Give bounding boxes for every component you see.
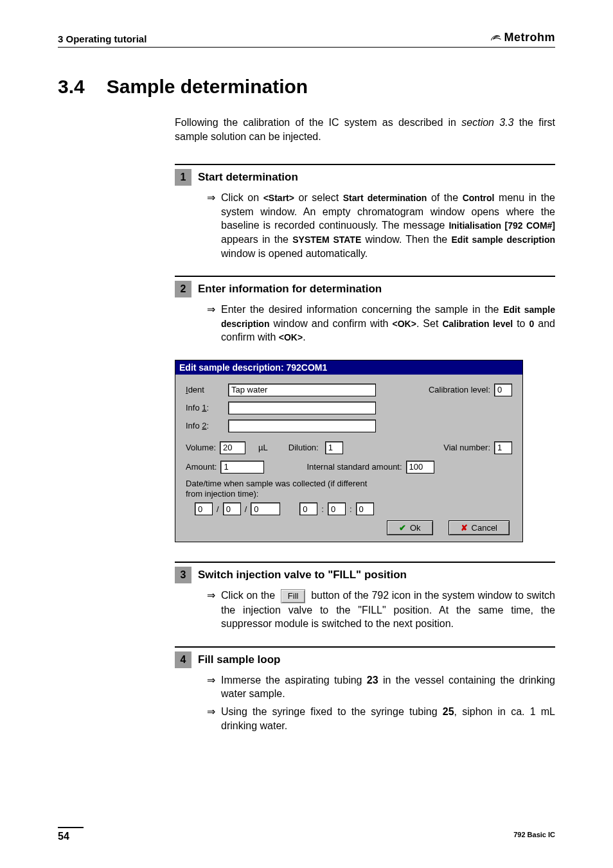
- ok-label: Ok: [410, 523, 421, 533]
- brand-text: Metrohm: [504, 31, 556, 44]
- ident-label: Ident: [186, 385, 224, 394]
- info1-label: Info 1:: [186, 403, 224, 412]
- arrow-icon: ⇒: [207, 191, 221, 260]
- arrow-icon: ⇒: [207, 705, 221, 732]
- section-number: 3.4: [58, 76, 85, 98]
- cal-level-label: Calibration level:: [429, 385, 490, 394]
- page-footer: 54 792 Basic IC: [58, 827, 555, 842]
- step-item-text: Click on <Start> or select Start determi…: [221, 191, 555, 260]
- volume-label: Volume:: [186, 443, 216, 452]
- x-icon: ✘: [461, 523, 468, 533]
- arrow-icon: ⇒: [207, 673, 221, 701]
- step-number: 2: [175, 281, 191, 297]
- amount-label: Amount:: [186, 462, 217, 472]
- time-m-input[interactable]: [328, 502, 346, 515]
- doc-id: 792 Basic IC: [513, 831, 555, 838]
- dilution-label: Dilution:: [289, 443, 319, 452]
- metrohm-logo-icon: [490, 33, 502, 42]
- date-day-input[interactable]: [195, 502, 213, 515]
- amount-input[interactable]: [220, 461, 264, 474]
- ident-input[interactable]: [228, 384, 376, 396]
- isa-label: Internal standard amount:: [306, 462, 402, 472]
- step-4: 4 Fill sample loop ⇒Immerse the aspirati…: [175, 646, 555, 732]
- volume-input[interactable]: [220, 441, 245, 454]
- date-year-input[interactable]: [251, 502, 280, 515]
- fill-button[interactable]: Fill: [281, 589, 306, 603]
- edit-sample-dialog: Edit sample description: 792COM1 Ident C…: [175, 360, 523, 542]
- section-title-text: Sample determination: [107, 76, 308, 98]
- intro-text: Following the calibration of the IC syst…: [175, 117, 461, 128]
- step-number: 3: [175, 567, 191, 583]
- date-month-input[interactable]: [223, 502, 241, 515]
- unit-ul: µL: [258, 443, 268, 452]
- step-item-text: Using the syringe fixed to the syringe t…: [221, 705, 555, 732]
- step-item-text: Click on the Fill button of the 792 icon…: [221, 589, 555, 631]
- section-heading: 3.4 Sample determination: [58, 76, 555, 98]
- cal-level-input[interactable]: [494, 384, 512, 396]
- intro-paragraph: Following the calibration of the IC syst…: [175, 116, 555, 143]
- chapter-label: 3 Operating tutorial: [58, 33, 147, 44]
- step-title: Fill sample loop: [198, 651, 280, 668]
- intro-ref: section 3.3: [461, 117, 513, 128]
- step-1: 1 Start determination ⇒Click on <Start> …: [175, 164, 555, 260]
- info2-label: Info 2:: [186, 421, 224, 430]
- cancel-button[interactable]: ✘ Cancel: [449, 520, 510, 535]
- step-title: Enter information for determination: [198, 281, 382, 297]
- step-item-text: Immerse the aspirating tubing 23 in the …: [221, 673, 555, 701]
- brand-logo: Metrohm: [490, 31, 556, 44]
- time-s-input[interactable]: [356, 502, 374, 515]
- step-3: 3 Switch injection valve to "FILL" posit…: [175, 562, 555, 631]
- ok-button[interactable]: ✔ Ok: [387, 520, 433, 535]
- isa-input[interactable]: [406, 461, 434, 474]
- datetime-caption: Date/time when sample was collected (if …: [186, 479, 512, 499]
- step-item-text: Enter the desired information concerning…: [221, 303, 555, 344]
- step-title: Start determination: [198, 169, 298, 186]
- vial-label: Vial number:: [443, 443, 490, 452]
- step-title: Switch injection valve to "FILL" positio…: [198, 567, 407, 583]
- info2-input[interactable]: [228, 420, 376, 432]
- dilution-input[interactable]: [325, 441, 343, 454]
- datetime-row: / / : :: [195, 502, 512, 515]
- arrow-icon: ⇒: [207, 303, 221, 344]
- step-number: 4: [175, 651, 191, 668]
- running-header: 3 Operating tutorial Metrohm: [58, 31, 555, 48]
- vial-input[interactable]: [494, 441, 512, 454]
- time-h-input[interactable]: [299, 502, 317, 515]
- info1-input[interactable]: [228, 402, 376, 414]
- arrow-icon: ⇒: [207, 589, 221, 631]
- page-number: 54: [58, 827, 84, 842]
- cancel-label: Cancel: [472, 523, 497, 533]
- check-icon: ✔: [399, 523, 406, 533]
- step-number: 1: [175, 169, 191, 186]
- step-2: 2 Enter information for determination ⇒E…: [175, 276, 555, 344]
- dialog-titlebar: Edit sample description: 792COM1: [175, 360, 522, 375]
